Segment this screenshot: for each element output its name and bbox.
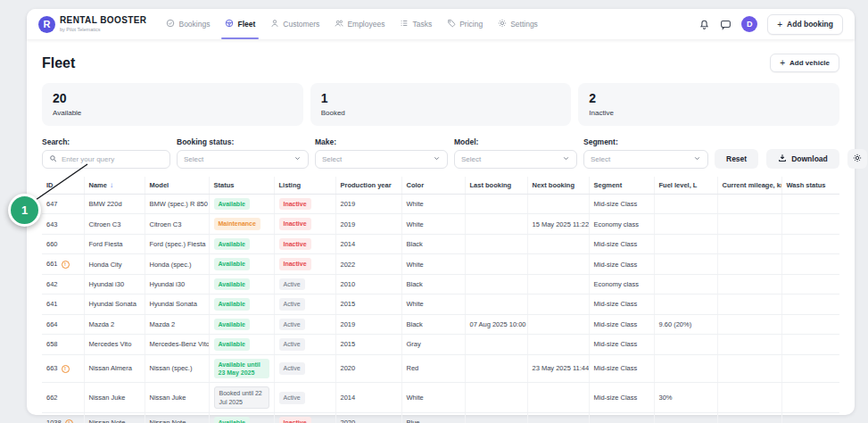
cell-id: 642 (42, 274, 84, 294)
col-header-last-booking[interactable]: Last booking (465, 177, 527, 195)
cell-segment: Mid-size Class (589, 195, 654, 214)
col-header-wash-status[interactable]: Wash status (781, 177, 839, 195)
nav-item-customers[interactable]: Customers (270, 9, 319, 39)
table-row[interactable]: 661!Honda CityHonda (spec.)AvailableInac… (42, 254, 839, 274)
search-label: Search: (42, 137, 170, 146)
table-row[interactable]: 1038!Nissan NoteNissan NoteAvailableInac… (42, 413, 839, 423)
col-header-production-year[interactable]: Production year (335, 177, 401, 195)
vehicle-id: 642 (46, 280, 58, 288)
nav-item-pricing[interactable]: Pricing (447, 9, 483, 39)
vehicle-id: 660 (46, 240, 58, 248)
col-header-segment[interactable]: Segment (589, 177, 654, 195)
make-label: Make: (315, 137, 448, 146)
stats-section: 20 Available 1 Booked 2 Inactive (42, 83, 839, 126)
table-row[interactable]: 647BMW 220dBMW (spec.) R 850 CAvailableI… (42, 195, 839, 214)
cell-listing: Active (274, 383, 335, 413)
cell-production-year: 2015 (335, 335, 401, 354)
booking-status-label: Booking status: (177, 137, 309, 146)
table-row[interactable]: 664Mazda 2Mazda 2AvailableActive2019Blac… (42, 314, 839, 334)
col-header-listing[interactable]: Listing (274, 177, 335, 195)
stat-value: 20 (53, 91, 293, 105)
nav-item-bookings[interactable]: Bookings (166, 9, 210, 39)
cell-model: Nissan Juke (145, 383, 209, 413)
vehicle-id: 662 (46, 394, 58, 402)
col-header-status[interactable]: Status (209, 177, 274, 195)
make-select[interactable]: Select (315, 150, 448, 169)
col-header-label: Name (89, 181, 107, 189)
status-badge: Available (214, 319, 250, 330)
cell-current-mileage (717, 214, 781, 234)
add-vehicle-label: Add vehicle (789, 59, 830, 67)
table-row[interactable]: 643Citroen C3Citroen C3MaintenanceInacti… (42, 214, 839, 234)
cell-name: Hyundai i30 (84, 274, 145, 294)
cell-model: Hyundai i30 (145, 274, 209, 294)
search-icon (49, 154, 57, 164)
nav-item-fleet[interactable]: Fleet (225, 9, 255, 39)
table-row[interactable]: 658Mercedes VitoMercedes-Benz VitoAvaila… (42, 335, 839, 354)
chevron-down-icon (293, 154, 302, 164)
cell-id: 664 (42, 314, 84, 334)
stat-value: 2 (589, 91, 829, 105)
cell-wash-status (781, 254, 839, 274)
nav-item-employees[interactable]: Employees (335, 9, 384, 39)
stat-card-booked: 1 Booked (310, 83, 572, 126)
cell-current-mileage (717, 383, 781, 413)
main-nav: Bookings Fleet Customers Employees Tasks… (166, 9, 537, 39)
cell-status: Available (209, 314, 274, 334)
vehicle-id: 661 (46, 260, 58, 268)
nav-item-settings[interactable]: Settings (498, 9, 538, 39)
brand-logo[interactable]: R RENTAL BOOSTER by Pilot Telematics (38, 16, 146, 33)
status-badge: Available (214, 338, 250, 350)
search-input[interactable] (62, 155, 163, 163)
plus-icon: + (777, 20, 782, 29)
cell-id: 658 (42, 335, 84, 354)
col-header-id[interactable]: ID (42, 177, 84, 195)
download-button[interactable]: Download (766, 149, 839, 169)
chat-icon[interactable] (720, 19, 732, 30)
cell-id: 663! (42, 354, 84, 383)
nav-item-tasks[interactable]: Tasks (400, 9, 432, 39)
cell-listing: Active (274, 294, 335, 314)
cell-current-mileage (717, 413, 781, 423)
add-vehicle-button[interactable]: + Add vehicle (770, 54, 839, 72)
plus-icon: + (780, 58, 785, 68)
table-row[interactable]: 642Hyundai i30Hyundai i30AvailableActive… (42, 274, 839, 294)
bell-icon[interactable] (699, 19, 710, 30)
segment-label: Segment: (583, 137, 708, 146)
table-row[interactable]: 660Ford FiestaFord (spec.) FiestaAvailab… (42, 234, 839, 253)
col-header-next-booking[interactable]: Next booking (527, 177, 589, 195)
users-icon (335, 19, 343, 29)
nav-label: Bookings (178, 20, 210, 29)
cell-production-year: 2020 (335, 413, 401, 423)
fleet-table: ID Name↓ Model Status Listing Production… (42, 177, 839, 423)
model-select[interactable]: Select (454, 150, 577, 169)
price-tag-icon (447, 19, 456, 29)
listing-badge: Inactive (279, 258, 311, 270)
col-header-model[interactable]: Model (145, 177, 209, 195)
page-title: Fleet (42, 55, 75, 71)
cell-current-mileage (717, 254, 781, 274)
cell-color: Black (401, 314, 465, 334)
add-booking-button[interactable]: + Add booking (767, 14, 843, 35)
reset-button[interactable]: Reset (715, 149, 758, 169)
col-header-fuel-level[interactable]: Fuel level, L (654, 177, 717, 195)
status-badge: Available (214, 258, 250, 270)
cell-color: Gray (401, 335, 465, 354)
col-header-current-mileage[interactable]: Current mileage, km (717, 177, 781, 195)
booking-status-select[interactable]: Select (177, 150, 309, 169)
table-row[interactable]: 663!Nissan AlmeraNissan (spec.)Available… (42, 354, 839, 383)
cell-segment: Mid-size Class (589, 294, 654, 314)
col-header-color[interactable]: Color (401, 177, 465, 195)
nav-label: Employees (347, 20, 384, 29)
cell-last-booking (465, 413, 527, 423)
segment-select[interactable]: Select (583, 150, 708, 169)
cell-name: Nissan Note (84, 413, 145, 423)
table-row[interactable]: 662Nissan JukeNissan JukeBooked until 22… (42, 383, 839, 413)
col-header-name[interactable]: Name↓ (84, 177, 145, 195)
cell-next-booking (527, 314, 589, 334)
brand-tagline: by Pilot Telematics (60, 27, 146, 32)
table-settings-button[interactable] (847, 149, 867, 169)
table-row[interactable]: 641Hyundai SonataHyundai SonataAvailable… (42, 294, 839, 314)
user-avatar[interactable]: D (741, 16, 757, 32)
cell-name: BMW 220d (84, 195, 145, 214)
